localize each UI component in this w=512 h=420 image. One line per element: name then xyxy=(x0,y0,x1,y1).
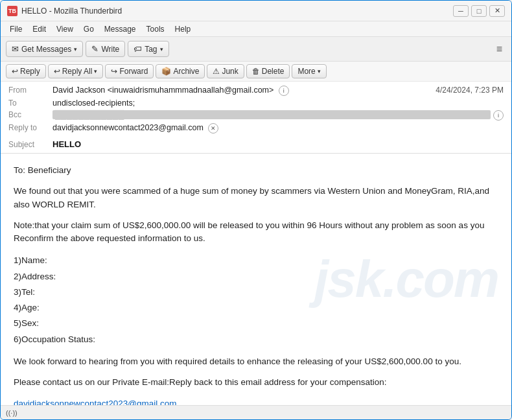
title-bar: TB HELLO - Mozilla Thunderbird ─ □ ✕ xyxy=(1,1,511,21)
write-icon: ✎ xyxy=(91,44,99,54)
reply-to-row: Reply to davidjacksonnewcontact2023@gmai… xyxy=(8,122,504,135)
tag-button[interactable]: 🏷 Tag ▾ xyxy=(128,41,169,57)
minimize-button[interactable]: ─ xyxy=(453,5,469,17)
more-button[interactable]: More ▾ xyxy=(292,64,326,78)
write-label: Write xyxy=(101,45,119,54)
toolbar: ✉ Get Messages ▾ ✎ Write 🏷 Tag ▾ ≡ xyxy=(1,37,511,62)
bcc-value: ████████████ xyxy=(52,110,491,119)
get-messages-button[interactable]: ✉ Get Messages ▾ xyxy=(6,41,83,57)
signal-icon: ((·)) xyxy=(6,409,17,417)
tag-icon: 🏷 xyxy=(134,44,142,54)
to-row: To undisclosed-recipients; xyxy=(8,97,504,109)
contact-email-link[interactable]: davidjacksonnewcontact2023@gmail.com xyxy=(14,399,177,405)
title-bar-left: TB HELLO - Mozilla Thunderbird xyxy=(7,6,122,16)
reply-all-icon: ↩ xyxy=(54,67,60,76)
get-messages-label: Get Messages xyxy=(21,45,71,54)
forward-label: Forward xyxy=(119,67,148,76)
reply-to-value: davidjacksonnewcontact2023@gmail.com ✕ xyxy=(52,123,504,134)
subject-label: Subject xyxy=(8,140,52,149)
list-item-6: 6)Occupation Status: xyxy=(14,332,498,347)
reply-to-info-icon[interactable]: ✕ xyxy=(208,123,218,134)
write-button[interactable]: ✎ Write xyxy=(86,41,125,57)
menu-message[interactable]: Message xyxy=(99,23,141,35)
header-fields: From David Jackson <inuwaidrismuhammmadn… xyxy=(1,82,511,137)
menu-view[interactable]: View xyxy=(51,23,78,35)
junk-button[interactable]: ⚠ Junk xyxy=(207,64,244,78)
body-paragraph-2: Note:that your claim sum of US$2,600,000… xyxy=(14,219,498,246)
body-list: 1)Name: 2)Address: 3)Tel: 4)Age: 5)Sex: … xyxy=(14,253,498,347)
junk-icon: ⚠ xyxy=(213,67,220,76)
tag-label: Tag xyxy=(145,45,157,54)
forward-button[interactable]: ↪ Forward xyxy=(105,64,154,78)
more-arrow-icon: ▾ xyxy=(318,68,321,75)
from-row: From David Jackson <inuwaidrismuhammmadn… xyxy=(8,84,504,97)
menu-file[interactable]: File xyxy=(5,23,27,35)
bcc-info-icon[interactable]: i xyxy=(493,110,504,121)
junk-label: Junk xyxy=(222,67,238,76)
to-label: To xyxy=(8,99,52,108)
menu-bar: File Edit View Go Message Tools Help xyxy=(1,21,511,37)
status-bar: ((·)) xyxy=(1,405,511,419)
subject-value: HELLO xyxy=(52,139,81,149)
list-item-5: 5)Sex: xyxy=(14,316,498,331)
from-label: From xyxy=(8,86,52,95)
list-item-2: 2)Address: xyxy=(14,269,498,285)
body-paragraph-1: We found out that you were scammed of a … xyxy=(14,185,498,211)
reply-all-button[interactable]: ↩ Reply All ▾ xyxy=(48,64,104,78)
delete-label: Delete xyxy=(262,67,285,76)
menu-edit[interactable]: Edit xyxy=(27,23,51,35)
list-item-4: 4)Age: xyxy=(14,300,498,316)
close-button[interactable]: ✕ xyxy=(489,5,505,17)
body-link-paragraph: davidjacksonnewcontact2023@gmail.com xyxy=(14,397,498,405)
body-salutation: To: Beneficiary xyxy=(14,164,498,177)
email-header: ↩ Reply ↩ Reply All ▾ ↪ Forward 📦 Archiv… xyxy=(1,62,511,154)
delete-icon: 🗑 xyxy=(252,67,260,76)
menu-tools[interactable]: Tools xyxy=(141,23,170,35)
email-body: jsk.com To: Beneficiary We found out tha… xyxy=(1,154,511,405)
from-name: David Jackson xyxy=(52,86,105,95)
title-bar-controls: ─ □ ✕ xyxy=(453,5,505,17)
menu-go[interactable]: Go xyxy=(78,23,99,35)
forward-icon: ↪ xyxy=(111,67,117,76)
subject-row: Subject HELLO xyxy=(1,137,511,153)
reply-to-email: davidjacksonnewcontact2023@gmail.com xyxy=(52,123,204,132)
hamburger-menu-button[interactable]: ≡ xyxy=(493,41,506,58)
from-value: David Jackson <inuwaidrismuhammmadnaalla… xyxy=(52,86,436,96)
action-bar: ↩ Reply ↩ Reply All ▾ ↪ Forward 📦 Archiv… xyxy=(1,62,511,82)
bcc-label: Bcc xyxy=(8,110,52,119)
archive-label: Archive xyxy=(173,67,199,76)
get-messages-icon: ✉ xyxy=(12,44,19,54)
body-paragraph-3: We look forward to hearing from you with… xyxy=(14,355,498,368)
get-messages-arrow-icon: ▾ xyxy=(74,46,77,52)
archive-icon: 📦 xyxy=(161,67,171,76)
window-title: HELLO - Mozilla Thunderbird xyxy=(21,6,122,16)
app-icon: TB xyxy=(7,6,17,16)
list-item-1: 1)Name: xyxy=(14,253,498,268)
tag-arrow-icon: ▾ xyxy=(160,46,163,52)
body-paragraph-4: Please contact us on our Private E-mail:… xyxy=(14,376,498,389)
sender-info-icon[interactable]: i xyxy=(279,86,289,96)
reply-all-label: Reply All xyxy=(62,67,93,76)
reply-button[interactable]: ↩ Reply xyxy=(6,64,46,78)
to-value: undisclosed-recipients; xyxy=(52,99,504,108)
more-label: More xyxy=(297,67,315,76)
reply-to-label: Reply to xyxy=(8,123,52,132)
from-email: inuwaidrismuhammmadnaallah@gmail.com xyxy=(112,86,269,95)
archive-button[interactable]: 📦 Archive xyxy=(156,64,205,78)
menu-help[interactable]: Help xyxy=(170,23,196,35)
email-date: 4/24/2024, 7:23 PM xyxy=(436,86,504,95)
reply-icon: ↩ xyxy=(12,67,18,76)
list-item-3: 3)Tel: xyxy=(14,285,498,300)
reply-label: Reply xyxy=(20,67,40,76)
bcc-row: Bcc ████████████ i xyxy=(8,109,504,122)
main-window: TB HELLO - Mozilla Thunderbird ─ □ ✕ Fil… xyxy=(0,0,512,420)
maximize-button[interactable]: □ xyxy=(471,5,487,17)
delete-button[interactable]: 🗑 Delete xyxy=(246,64,290,78)
reply-all-arrow-icon: ▾ xyxy=(94,68,97,75)
